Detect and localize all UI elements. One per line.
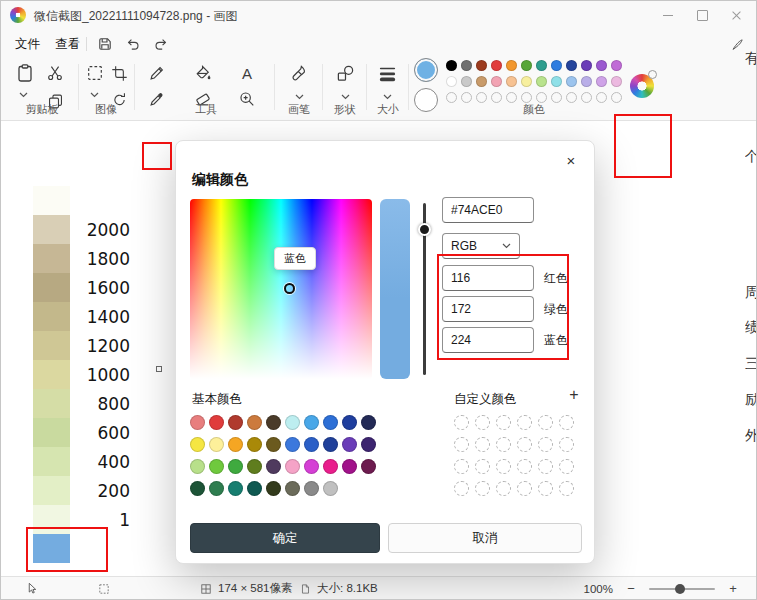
- save-button[interactable]: [94, 35, 116, 53]
- basic-color-swatch[interactable]: [190, 415, 205, 430]
- basic-color-swatch[interactable]: [190, 437, 205, 452]
- basic-color-swatch[interactable]: [323, 459, 338, 474]
- color-mode-dropdown[interactable]: RGB: [442, 233, 520, 259]
- crop-button[interactable]: [106, 60, 132, 86]
- value-slider[interactable]: [416, 199, 432, 379]
- basic-color-swatch[interactable]: [247, 459, 262, 474]
- palette-color-swatch[interactable]: [596, 76, 607, 87]
- maximize-button[interactable]: [685, 0, 719, 30]
- basic-color-swatch[interactable]: [266, 481, 281, 496]
- custom-color-slot[interactable]: [538, 415, 553, 430]
- dialog-close-button[interactable]: ×: [556, 147, 586, 175]
- custom-color-slot[interactable]: [496, 415, 511, 430]
- color1-swatch[interactable]: [414, 58, 438, 82]
- brushes-dropdown-chevron[interactable]: [295, 94, 304, 100]
- palette-color-swatch[interactable]: [506, 76, 517, 87]
- palette-empty-slot[interactable]: [446, 92, 457, 103]
- custom-color-slot[interactable]: [496, 481, 511, 496]
- palette-color-swatch[interactable]: [446, 76, 457, 87]
- palette-color-swatch[interactable]: [491, 60, 502, 71]
- selection-handle[interactable]: [156, 366, 162, 372]
- custom-color-slot[interactable]: [475, 437, 490, 452]
- basic-color-swatch[interactable]: [304, 415, 319, 430]
- palette-color-swatch[interactable]: [596, 60, 607, 71]
- basic-color-swatch[interactable]: [323, 437, 338, 452]
- custom-color-slot[interactable]: [454, 415, 469, 430]
- palette-color-swatch[interactable]: [566, 60, 577, 71]
- basic-color-swatch[interactable]: [228, 459, 243, 474]
- palette-empty-slot[interactable]: [611, 92, 622, 103]
- palette-color-swatch[interactable]: [521, 76, 532, 87]
- custom-color-slot[interactable]: [559, 481, 574, 496]
- basic-color-swatch[interactable]: [285, 481, 300, 496]
- palette-color-swatch[interactable]: [551, 60, 562, 71]
- value-slider-handle[interactable]: [418, 223, 431, 236]
- basic-color-swatch[interactable]: [228, 437, 243, 452]
- palette-color-swatch[interactable]: [536, 76, 547, 87]
- brushes-button[interactable]: [286, 60, 312, 86]
- basic-color-swatch[interactable]: [266, 437, 281, 452]
- basic-color-swatch[interactable]: [323, 415, 338, 430]
- custom-color-slot[interactable]: [517, 437, 532, 452]
- file-menu[interactable]: 文件: [6, 34, 49, 54]
- palette-color-swatch[interactable]: [461, 76, 472, 87]
- red-channel-input[interactable]: [442, 265, 534, 291]
- palette-empty-slot[interactable]: [476, 92, 487, 103]
- zoom-slider[interactable]: [649, 582, 715, 596]
- zoom-slider-handle[interactable]: [675, 584, 685, 594]
- eyedropper-tool[interactable]: [144, 86, 170, 112]
- basic-color-swatch[interactable]: [361, 437, 376, 452]
- custom-color-slot[interactable]: [517, 415, 532, 430]
- basic-color-swatch[interactable]: [190, 459, 205, 474]
- basic-color-swatch[interactable]: [323, 481, 338, 496]
- palette-color-swatch[interactable]: [611, 60, 622, 71]
- basic-color-swatch[interactable]: [247, 415, 262, 430]
- basic-color-swatch[interactable]: [342, 437, 357, 452]
- basic-color-swatch[interactable]: [361, 415, 376, 430]
- custom-color-slot[interactable]: [559, 415, 574, 430]
- basic-color-swatch[interactable]: [247, 481, 262, 496]
- paste-dropdown-chevron[interactable]: [19, 92, 28, 98]
- cut-button[interactable]: [42, 60, 68, 86]
- custom-color-slot[interactable]: [517, 459, 532, 474]
- basic-color-swatch[interactable]: [304, 481, 319, 496]
- ok-button[interactable]: 确定: [190, 523, 380, 553]
- size-dropdown-chevron[interactable]: [383, 94, 392, 100]
- cancel-button[interactable]: 取消: [388, 523, 582, 553]
- palette-empty-slot[interactable]: [506, 92, 517, 103]
- palette-color-swatch[interactable]: [611, 76, 622, 87]
- palette-color-swatch[interactable]: [491, 76, 502, 87]
- green-channel-input[interactable]: [442, 296, 534, 322]
- palette-empty-slot[interactable]: [461, 92, 472, 103]
- text-tool[interactable]: A: [234, 60, 260, 86]
- basic-color-swatch[interactable]: [190, 481, 205, 496]
- basic-color-swatch[interactable]: [209, 415, 224, 430]
- undo-button[interactable]: [122, 35, 144, 53]
- magnifier-tool[interactable]: [234, 86, 260, 112]
- basic-color-swatch[interactable]: [342, 459, 357, 474]
- palette-color-swatch[interactable]: [476, 60, 487, 71]
- custom-color-slot[interactable]: [538, 459, 553, 474]
- palette-empty-slot[interactable]: [596, 92, 607, 103]
- palette-color-swatch[interactable]: [506, 60, 517, 71]
- custom-color-slot[interactable]: [496, 459, 511, 474]
- color-picker-marker[interactable]: [284, 283, 295, 294]
- size-button[interactable]: [374, 60, 400, 86]
- shapes-dropdown-chevron[interactable]: [341, 94, 350, 100]
- basic-color-swatch[interactable]: [361, 459, 376, 474]
- color-gradient-picker[interactable]: [190, 199, 372, 379]
- basic-color-swatch[interactable]: [209, 459, 224, 474]
- zoom-out-button[interactable]: −: [623, 581, 639, 597]
- basic-color-swatch[interactable]: [304, 459, 319, 474]
- custom-color-slot[interactable]: [475, 459, 490, 474]
- fill-tool[interactable]: [190, 60, 216, 86]
- basic-color-swatch[interactable]: [228, 415, 243, 430]
- palette-color-swatch[interactable]: [446, 60, 457, 71]
- custom-color-slot[interactable]: [475, 415, 490, 430]
- zoom-in-button[interactable]: +: [725, 581, 741, 597]
- basic-color-swatch[interactable]: [342, 415, 357, 430]
- basic-color-swatch[interactable]: [209, 437, 224, 452]
- basic-color-swatch[interactable]: [266, 459, 281, 474]
- palette-color-swatch[interactable]: [581, 76, 592, 87]
- custom-color-slot[interactable]: [559, 459, 574, 474]
